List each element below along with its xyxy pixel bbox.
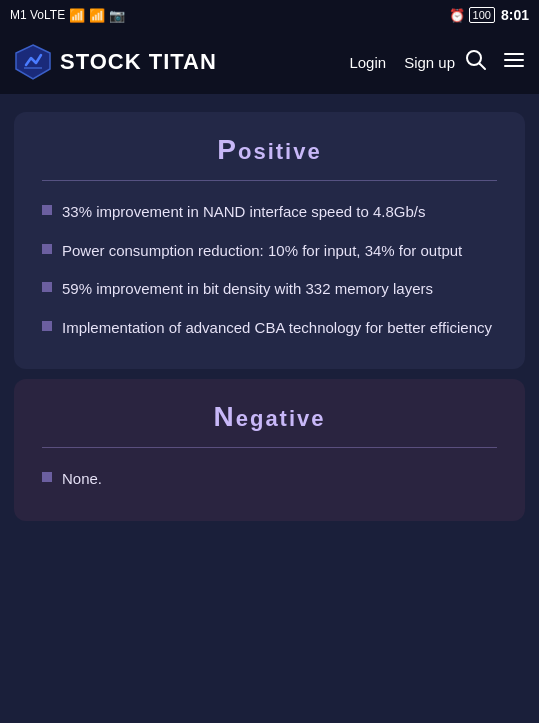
- positive-card-title: Positive: [42, 134, 497, 166]
- positive-rest: ositive: [238, 139, 322, 164]
- bullet-square: [42, 321, 52, 331]
- negative-bullet-list: None.: [42, 468, 497, 491]
- bullet-text: 33% improvement in NAND interface speed …: [62, 201, 426, 224]
- bullet-text: None.: [62, 468, 102, 491]
- logo-icon: [14, 43, 52, 81]
- main-content: Positive 33% improvement in NAND interfa…: [0, 94, 539, 723]
- status-left: M1 VoLTE 📶 📶 📷: [10, 8, 125, 23]
- login-link[interactable]: Login: [349, 54, 386, 71]
- nav-icons: [465, 49, 525, 76]
- svg-line-2: [480, 63, 486, 69]
- svg-marker-0: [16, 45, 50, 79]
- time-display: 8:01: [501, 7, 529, 23]
- bullet-text: 59% improvement in bit density with 332 …: [62, 278, 433, 301]
- positive-divider: [42, 180, 497, 181]
- logo-area: STOCK TITAN: [14, 43, 339, 81]
- list-item: 59% improvement in bit density with 332 …: [42, 278, 497, 301]
- negative-first-letter: N: [213, 401, 235, 432]
- battery-icon: 100: [469, 7, 495, 23]
- navbar: STOCK TITAN Login Sign up: [0, 30, 539, 94]
- bullet-square: [42, 282, 52, 292]
- logo-text: STOCK TITAN: [60, 49, 217, 75]
- instagram-icon: 📷: [109, 8, 125, 23]
- list-item: Power consumption reduction: 10% for inp…: [42, 240, 497, 263]
- status-bar: M1 VoLTE 📶 📶 📷 ⏰ 100 8:01: [0, 0, 539, 30]
- search-icon: [465, 49, 487, 71]
- menu-button[interactable]: [503, 49, 525, 76]
- signal-icon: 📶: [69, 8, 85, 23]
- list-item: None.: [42, 468, 497, 491]
- status-right: ⏰ 100 8:01: [449, 7, 529, 23]
- positive-first-letter: P: [217, 134, 238, 165]
- signup-link[interactable]: Sign up: [404, 54, 455, 71]
- positive-bullet-list: 33% improvement in NAND interface speed …: [42, 201, 497, 339]
- negative-rest: egative: [236, 406, 326, 431]
- negative-divider: [42, 447, 497, 448]
- negative-card: Negative None.: [14, 379, 525, 521]
- list-item: Implementation of advanced CBA technolog…: [42, 317, 497, 340]
- bullet-text: Implementation of advanced CBA technolog…: [62, 317, 492, 340]
- search-button[interactable]: [465, 49, 487, 76]
- positive-card: Positive 33% improvement in NAND interfa…: [14, 112, 525, 369]
- list-item: 33% improvement in NAND interface speed …: [42, 201, 497, 224]
- menu-icon: [503, 49, 525, 71]
- nav-links: Login Sign up: [349, 54, 455, 71]
- bullet-square: [42, 244, 52, 254]
- bullet-text: Power consumption reduction: 10% for inp…: [62, 240, 462, 263]
- bullet-square: [42, 472, 52, 482]
- wifi-icon: 📶: [89, 8, 105, 23]
- negative-card-title: Negative: [42, 401, 497, 433]
- alarm-icon: ⏰: [449, 8, 465, 23]
- bullet-square: [42, 205, 52, 215]
- carrier-text: M1 VoLTE: [10, 8, 65, 22]
